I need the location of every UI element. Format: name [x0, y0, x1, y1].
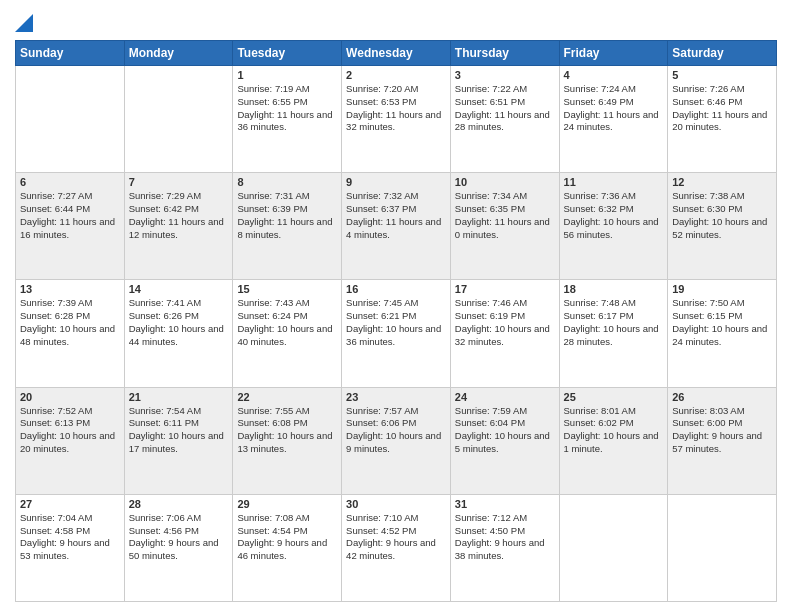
calendar-cell: 21Sunrise: 7:54 AMSunset: 6:11 PMDayligh… [124, 387, 233, 494]
calendar-day-header: Tuesday [233, 41, 342, 66]
day-number: 2 [346, 69, 446, 81]
cell-text: Daylight: 10 hours and 28 minutes. [564, 323, 664, 349]
cell-text: Daylight: 10 hours and 13 minutes. [237, 430, 337, 456]
calendar-day-header: Wednesday [342, 41, 451, 66]
cell-text: Sunset: 6:39 PM [237, 203, 337, 216]
day-number: 3 [455, 69, 555, 81]
calendar-header-row: SundayMondayTuesdayWednesdayThursdayFrid… [16, 41, 777, 66]
calendar-cell [124, 66, 233, 173]
cell-text: Sunrise: 7:45 AM [346, 297, 446, 310]
cell-text: Sunrise: 7:27 AM [20, 190, 120, 203]
cell-text: Daylight: 10 hours and 5 minutes. [455, 430, 555, 456]
day-number: 20 [20, 391, 120, 403]
day-number: 24 [455, 391, 555, 403]
cell-text: Sunset: 6:26 PM [129, 310, 229, 323]
cell-text: Daylight: 10 hours and 48 minutes. [20, 323, 120, 349]
cell-text: Daylight: 11 hours and 16 minutes. [20, 216, 120, 242]
day-number: 15 [237, 283, 337, 295]
day-number: 30 [346, 498, 446, 510]
calendar-table: SundayMondayTuesdayWednesdayThursdayFrid… [15, 40, 777, 602]
logo [15, 10, 33, 32]
day-number: 7 [129, 176, 229, 188]
calendar-cell: 4Sunrise: 7:24 AMSunset: 6:49 PMDaylight… [559, 66, 668, 173]
calendar-cell: 27Sunrise: 7:04 AMSunset: 4:58 PMDayligh… [16, 494, 125, 601]
logo-icon [15, 10, 33, 32]
calendar-week-row: 6Sunrise: 7:27 AMSunset: 6:44 PMDaylight… [16, 173, 777, 280]
calendar-cell: 10Sunrise: 7:34 AMSunset: 6:35 PMDayligh… [450, 173, 559, 280]
cell-text: Sunrise: 7:48 AM [564, 297, 664, 310]
day-number: 25 [564, 391, 664, 403]
cell-text: Daylight: 10 hours and 1 minute. [564, 430, 664, 456]
day-number: 29 [237, 498, 337, 510]
cell-text: Sunrise: 7:10 AM [346, 512, 446, 525]
cell-text: Sunset: 6:42 PM [129, 203, 229, 216]
cell-text: Daylight: 11 hours and 36 minutes. [237, 109, 337, 135]
calendar-cell: 16Sunrise: 7:45 AMSunset: 6:21 PMDayligh… [342, 280, 451, 387]
day-number: 6 [20, 176, 120, 188]
cell-text: Daylight: 9 hours and 53 minutes. [20, 537, 120, 563]
calendar-cell: 20Sunrise: 7:52 AMSunset: 6:13 PMDayligh… [16, 387, 125, 494]
cell-text: Sunset: 6:15 PM [672, 310, 772, 323]
cell-text: Daylight: 10 hours and 24 minutes. [672, 323, 772, 349]
calendar-cell: 25Sunrise: 8:01 AMSunset: 6:02 PMDayligh… [559, 387, 668, 494]
calendar-cell: 26Sunrise: 8:03 AMSunset: 6:00 PMDayligh… [668, 387, 777, 494]
cell-text: Daylight: 9 hours and 57 minutes. [672, 430, 772, 456]
cell-text: Sunset: 6:17 PM [564, 310, 664, 323]
day-number: 11 [564, 176, 664, 188]
calendar-cell: 24Sunrise: 7:59 AMSunset: 6:04 PMDayligh… [450, 387, 559, 494]
cell-text: Sunset: 6:08 PM [237, 417, 337, 430]
calendar-cell: 13Sunrise: 7:39 AMSunset: 6:28 PMDayligh… [16, 280, 125, 387]
cell-text: Sunrise: 7:24 AM [564, 83, 664, 96]
day-number: 9 [346, 176, 446, 188]
calendar-day-header: Sunday [16, 41, 125, 66]
day-number: 5 [672, 69, 772, 81]
cell-text: Sunrise: 7:29 AM [129, 190, 229, 203]
cell-text: Sunset: 6:35 PM [455, 203, 555, 216]
cell-text: Sunset: 6:24 PM [237, 310, 337, 323]
day-number: 18 [564, 283, 664, 295]
cell-text: Sunrise: 7:04 AM [20, 512, 120, 525]
cell-text: Daylight: 9 hours and 42 minutes. [346, 537, 446, 563]
cell-text: Sunset: 6:46 PM [672, 96, 772, 109]
calendar-cell: 18Sunrise: 7:48 AMSunset: 6:17 PMDayligh… [559, 280, 668, 387]
calendar-cell: 28Sunrise: 7:06 AMSunset: 4:56 PMDayligh… [124, 494, 233, 601]
cell-text: Sunrise: 7:20 AM [346, 83, 446, 96]
cell-text: Sunrise: 7:52 AM [20, 405, 120, 418]
cell-text: Daylight: 11 hours and 4 minutes. [346, 216, 446, 242]
cell-text: Sunset: 6:28 PM [20, 310, 120, 323]
calendar-cell: 1Sunrise: 7:19 AMSunset: 6:55 PMDaylight… [233, 66, 342, 173]
calendar-cell: 17Sunrise: 7:46 AMSunset: 6:19 PMDayligh… [450, 280, 559, 387]
cell-text: Sunrise: 7:50 AM [672, 297, 772, 310]
cell-text: Daylight: 9 hours and 50 minutes. [129, 537, 229, 563]
cell-text: Sunrise: 7:12 AM [455, 512, 555, 525]
cell-text: Sunset: 6:13 PM [20, 417, 120, 430]
calendar-week-row: 1Sunrise: 7:19 AMSunset: 6:55 PMDaylight… [16, 66, 777, 173]
cell-text: Sunset: 4:56 PM [129, 525, 229, 538]
cell-text: Sunset: 6:37 PM [346, 203, 446, 216]
cell-text: Sunrise: 7:55 AM [237, 405, 337, 418]
calendar-cell: 19Sunrise: 7:50 AMSunset: 6:15 PMDayligh… [668, 280, 777, 387]
calendar-cell: 2Sunrise: 7:20 AMSunset: 6:53 PMDaylight… [342, 66, 451, 173]
cell-text: Sunset: 6:55 PM [237, 96, 337, 109]
day-number: 22 [237, 391, 337, 403]
calendar-cell: 11Sunrise: 7:36 AMSunset: 6:32 PMDayligh… [559, 173, 668, 280]
calendar-cell: 15Sunrise: 7:43 AMSunset: 6:24 PMDayligh… [233, 280, 342, 387]
day-number: 27 [20, 498, 120, 510]
calendar-cell: 30Sunrise: 7:10 AMSunset: 4:52 PMDayligh… [342, 494, 451, 601]
calendar-cell: 12Sunrise: 7:38 AMSunset: 6:30 PMDayligh… [668, 173, 777, 280]
cell-text: Sunrise: 7:39 AM [20, 297, 120, 310]
day-number: 31 [455, 498, 555, 510]
cell-text: Daylight: 9 hours and 46 minutes. [237, 537, 337, 563]
cell-text: Sunrise: 7:46 AM [455, 297, 555, 310]
day-number: 21 [129, 391, 229, 403]
day-number: 13 [20, 283, 120, 295]
calendar-cell: 22Sunrise: 7:55 AMSunset: 6:08 PMDayligh… [233, 387, 342, 494]
calendar-day-header: Monday [124, 41, 233, 66]
calendar-cell: 6Sunrise: 7:27 AMSunset: 6:44 PMDaylight… [16, 173, 125, 280]
cell-text: Sunset: 4:58 PM [20, 525, 120, 538]
calendar-day-header: Saturday [668, 41, 777, 66]
cell-text: Daylight: 11 hours and 8 minutes. [237, 216, 337, 242]
cell-text: Sunset: 6:02 PM [564, 417, 664, 430]
cell-text: Sunset: 4:50 PM [455, 525, 555, 538]
cell-text: Sunset: 4:52 PM [346, 525, 446, 538]
